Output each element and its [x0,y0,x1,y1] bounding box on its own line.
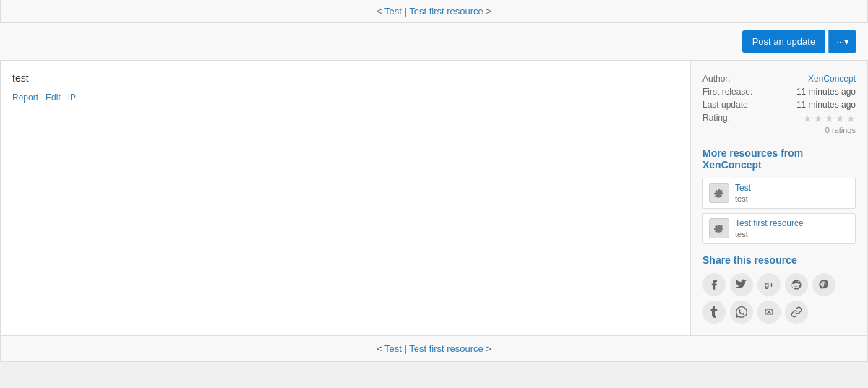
tumblr-share-icon[interactable] [702,301,726,324]
gear-icon-1 [713,187,725,199]
report-link[interactable]: Report [12,92,38,103]
bottom-nav-suffix: > [484,343,491,354]
pinterest-share-icon[interactable] [812,273,835,296]
gear-icon-2 [713,223,725,234]
resource-item-2: Test first resource test [702,213,856,244]
author-link[interactable]: XenConcept [808,74,856,84]
author-label: Author: [702,72,775,85]
resource-link-1[interactable]: Test [735,183,751,193]
twitter-share-icon[interactable] [730,273,753,296]
author-row: Author: XenConcept [702,72,856,85]
star-rating: ★ ★ ★ ★ ★ [803,113,856,124]
top-nav-separator: | [402,6,409,17]
left-panel: test Report Edit IP [0,61,691,336]
right-sidebar: Author: XenConcept First release: 11 min… [691,61,868,336]
share-icons: g+ ✉ [702,273,856,324]
toolbar: Post an update ···▾ [0,23,868,61]
author-value: XenConcept [775,72,856,85]
star-1: ★ [803,113,812,124]
googleplus-share-icon[interactable]: g+ [757,273,781,296]
ip-link[interactable]: IP [68,92,76,103]
bottom-nav: < Test | Test first resource > [0,336,868,362]
bottom-nav-prefix: < [377,343,384,354]
first-release-label: First release: [702,85,775,98]
resource-icon-1 [709,183,729,203]
email-share-icon[interactable]: ✉ [757,301,781,324]
top-nav-suffix: > [484,6,491,17]
resource-title: test [12,72,679,84]
bottom-nav-separator: | [402,343,409,354]
post-update-button[interactable]: Post an update [742,30,825,53]
more-options-button[interactable]: ···▾ [828,30,856,53]
rating-label: Rating: [702,111,775,136]
top-nav-link1[interactable]: Test [384,6,402,17]
last-update-row: Last update: 11 minutes ago [702,98,856,111]
resource-info-1: Test test [735,183,751,204]
reddit-share-icon[interactable] [785,273,808,296]
bottom-nav-link1[interactable]: Test [384,343,402,354]
star-5: ★ [846,113,856,124]
first-release-value: 11 minutes ago [775,85,856,98]
resource-link-2[interactable]: Test first resource [735,218,804,228]
resource-info-2: Test first resource test [735,218,804,239]
rating-value: ★ ★ ★ ★ ★ 0 ratings [775,111,856,136]
resource-item-1: Test test [702,178,856,209]
star-4: ★ [835,113,845,124]
star-2: ★ [814,113,823,124]
star-3: ★ [825,113,834,124]
resource-desc-2: test [735,230,748,238]
resource-actions: Report Edit IP [12,92,679,103]
resource-icon-2 [709,218,729,238]
more-resources-title: More resources from XenConcept [702,147,856,171]
top-nav-prefix: < [377,6,384,17]
last-update-label: Last update: [702,98,775,111]
first-release-row: First release: 11 minutes ago [702,85,856,98]
resource-desc-1: test [735,194,748,203]
last-update-value: 11 minutes ago [775,98,856,111]
edit-link[interactable]: Edit [46,92,61,103]
whatsapp-share-icon[interactable] [730,301,753,324]
ratings-count: 0 ratings [775,126,856,134]
meta-table: Author: XenConcept First release: 11 min… [702,72,856,136]
top-nav-link2[interactable]: Test first resource [409,6,484,17]
facebook-share-icon[interactable] [702,273,726,296]
bottom-nav-link2[interactable]: Test first resource [409,343,484,354]
top-nav: < Test | Test first resource > [0,0,868,23]
main-content: test Report Edit IP Author: XenConcept F… [0,61,868,336]
link-share-icon[interactable] [785,301,808,324]
share-title: Share this resource [702,254,856,266]
rating-row: Rating: ★ ★ ★ ★ ★ 0 ratings [702,111,856,136]
